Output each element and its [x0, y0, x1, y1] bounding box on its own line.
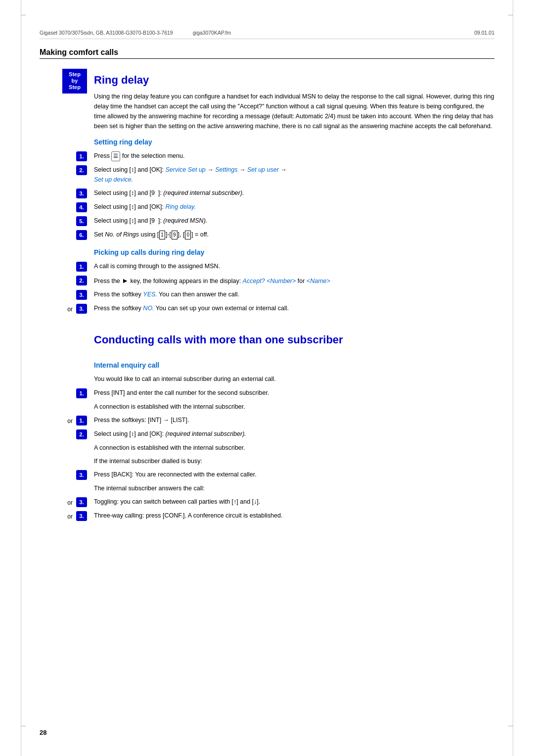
step-badge-3: 3. — [76, 189, 87, 198]
step-num-cell-c3-note — [40, 483, 94, 484]
step-num-cell-p2: 2. — [40, 275, 94, 285]
step-text-c3-note: The internal subscriber answers the call… — [94, 483, 494, 493]
step-badge-c3or2: 3. — [76, 511, 87, 521]
page-number: 28 — [40, 729, 46, 736]
step-text-p3or: Press the softkey NO. You can set up you… — [94, 303, 494, 313]
or-label-c3b: or — [67, 512, 73, 520]
step-num-cell-1: 1. — [40, 151, 94, 161]
meta-doc-id: Gigaset 3070/3075isdn, GB, A31008-G3070-… — [40, 30, 173, 36]
internal-spacer — [40, 356, 94, 374]
step-badge-line1: Step — [66, 71, 83, 78]
step-badge-4: 4. — [76, 202, 87, 212]
step-row-c3: 3. Press [BACK]: You are reconnected wit… — [40, 470, 494, 480]
step-num-cell-p3: 3. — [40, 289, 94, 300]
step-badge-c2: 2. — [76, 429, 87, 439]
step-num-cell-c1: 1. — [40, 388, 94, 398]
or-label-c1: or — [67, 417, 73, 425]
step-badge-c3or1: 3. — [76, 497, 87, 507]
step-text-c2-note: A connection is established with the int… — [94, 443, 494, 453]
section-title-bar: Making comfort calls — [40, 48, 494, 59]
step-badge-c3: 3. — [76, 470, 87, 480]
step-row-c3-note: The internal subscriber answers the call… — [40, 483, 494, 493]
meta-date: 09.01.01 — [474, 30, 494, 36]
conducting-intro-spacer — [40, 374, 94, 384]
step-num-cell-p1: 1. — [40, 261, 94, 272]
step-text-c1: Press [INT] and enter the call number fo… — [94, 388, 494, 398]
step-row-picking-1: 1. A call is coming through to the assig… — [40, 261, 494, 272]
step-row-setting-3: 3. Select using [↕] and [9 ]: (required … — [40, 188, 494, 198]
step-badge: Step by Step — [62, 69, 87, 94]
right-column: Ring delay Using the ring delay feature … — [94, 69, 494, 151]
step-num-cell-p3or: or 3. — [40, 303, 94, 314]
step-num-cell-c1-note — [40, 402, 94, 402]
step-badge-p2: 2. — [76, 276, 87, 285]
step-badge-p3or: 3. — [76, 304, 87, 314]
internal-subsection: Internal enquiry call — [40, 356, 494, 374]
or-label-p3: or — [67, 305, 73, 313]
step-num-cell-3: 3. — [40, 188, 94, 198]
step-badge-6: 6. — [76, 230, 87, 240]
step-badge-line3: Step — [66, 84, 83, 91]
step-text-c1or: Press the softkeys: [INT] → [LIST]. — [94, 415, 494, 425]
step-num-cell-6: 6. — [40, 230, 94, 240]
step-num-cell-4: 4. — [40, 202, 94, 212]
step-text-p2: Press the ► key, the following appears i… — [94, 275, 494, 286]
accept-link: Accept? — [240, 103, 262, 110]
setting-ring-delay-title: Setting ring delay — [94, 138, 494, 146]
step-row-c3or2: or 3. Three-way calling: press [CONF.]. … — [40, 511, 494, 521]
step-text-c3or2: Three-way calling: press [CONF.]. A conf… — [94, 511, 494, 520]
top-meta: Gigaset 3070/3075isdn, GB, A31008-G3070-… — [40, 30, 494, 39]
step-num-cell-c2: 2. — [40, 429, 94, 439]
step-row-c3or1: or 3. Toggling: you can switch between c… — [40, 497, 494, 507]
step-row-setting-4: 4. Select using [↕] and [OK]: Ring delay… — [40, 202, 494, 212]
step-num-cell-5: 5. — [40, 216, 94, 226]
step-num-cell-c3or1: or 3. — [40, 497, 94, 507]
step-badge-5: 5. — [76, 216, 87, 226]
conducting-section: Conducting calls with more than one subs… — [40, 323, 494, 354]
step-num-cell-c1or: or 1. — [40, 415, 94, 425]
step-text-4: Select using [↕] and [OK]: Ring delay. — [94, 202, 494, 212]
step-row-c2-note: A connection is established with the int… — [40, 443, 494, 453]
step-row-picking-3: 3. Press the softkey YES. You can then a… — [40, 289, 494, 300]
step-badge-c1or: 1. — [76, 416, 87, 425]
left-column: Step by Step — [40, 69, 94, 151]
step-text-c3: Press [BACK]: You are reconnected with t… — [94, 470, 494, 479]
menu-icon: ☰ — [111, 151, 120, 161]
step-num-cell-2: 2. — [40, 165, 94, 175]
step-row-setting-5: 5. Select using [↕] and [9 ]: (required … — [40, 216, 494, 226]
step-row-c1-note: A connection is established with the int… — [40, 402, 494, 412]
step-row-c1: 1. Press [INT] and enter the call number… — [40, 388, 494, 398]
step-num-cell-c-busy — [40, 456, 94, 457]
section-title: Making comfort calls — [40, 48, 494, 57]
step-row-c2: 2. Select using [↕] and [OK]: (required … — [40, 429, 494, 439]
picking-title: Picking up calls during ring delay — [94, 248, 204, 256]
ring-delay-title: Ring delay — [94, 74, 494, 87]
or-label-c3a: or — [67, 498, 73, 506]
step-text-c-busy: If the internal subscriber dialled is bu… — [94, 456, 494, 466]
step-row-c-busy: If the internal subscriber dialled is bu… — [40, 456, 494, 466]
step-badge-p3: 3. — [76, 290, 87, 300]
step-text-2: Select using [↕] and [OK]: Service Set u… — [94, 165, 494, 185]
step-text-3: Select using [↕] and [9 ]: (required int… — [94, 188, 494, 198]
step-badge-p1: 1. — [76, 262, 87, 272]
step-row-c1or: or 1. Press the softkeys: [INT] → [LIST]… — [40, 415, 494, 425]
service-setup-link: Service Set up — [166, 166, 206, 173]
step-badge-c1: 1. — [76, 388, 87, 398]
meta-filename: giga3070KAP.fm — [193, 30, 231, 36]
internal-title: Internal enquiry call — [94, 361, 159, 369]
step-text-c1-note: A connection is established with the int… — [94, 402, 494, 412]
conducting-intro-row: You would like to call an internal subsc… — [40, 374, 494, 384]
step-num-cell-c2-note — [40, 443, 94, 443]
step-row-setting-2: 2. Select using [↕] and [OK]: Service Se… — [40, 165, 494, 185]
ring-delay-intro: Using the ring delay feature you can con… — [94, 92, 494, 131]
step-text-c2: Select using [↕] and [OK]: (required int… — [94, 429, 494, 439]
step-row-setting-1: 1. Press ☰ for the selection menu. — [40, 151, 494, 161]
picking-subsection: Picking up calls during ring delay — [40, 243, 494, 261]
step-badge-1: 1. — [76, 151, 87, 161]
content-area: Step by Step Ring delay Using the ring d… — [40, 69, 494, 151]
step-num-cell-c3: 3. — [40, 470, 94, 480]
step-text-c3or1: Toggling: you can switch between call pa… — [94, 497, 494, 507]
step-row-picking-3or: or 3. Press the softkey NO. You can set … — [40, 303, 494, 314]
step-badge-2: 2. — [76, 165, 87, 175]
step-num-cell-c3or2: or 3. — [40, 511, 94, 521]
